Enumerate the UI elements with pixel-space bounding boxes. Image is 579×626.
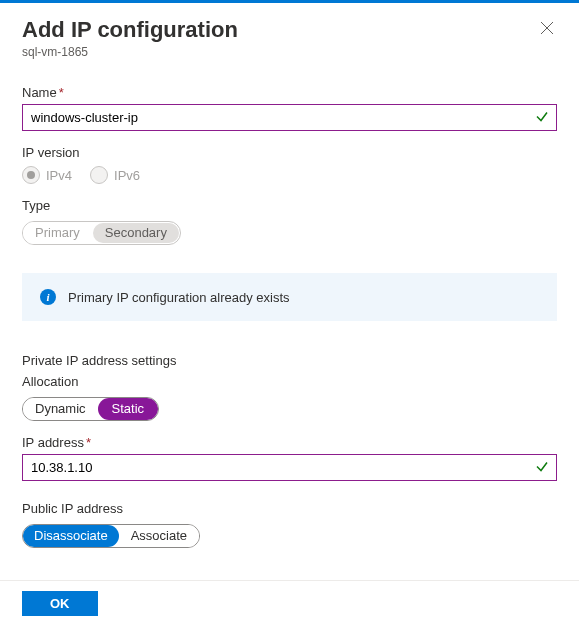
ip-version-label: IP version <box>22 145 557 160</box>
close-icon <box>540 21 554 35</box>
type-primary-pill: Primary <box>23 222 92 244</box>
ipv4-radio-label: IPv4 <box>46 168 72 183</box>
allocation-label: Allocation <box>22 374 557 389</box>
ipv4-radio: IPv4 <box>22 166 72 184</box>
info-icon: i <box>40 289 56 305</box>
ip-address-input[interactable] <box>22 454 557 481</box>
ipv6-radio: IPv6 <box>90 166 140 184</box>
info-text: Primary IP configuration already exists <box>68 290 290 305</box>
public-ip-disassociate-pill[interactable]: Disassociate <box>23 525 119 547</box>
allocation-static-pill[interactable]: Static <box>98 398 159 420</box>
private-ip-heading: Private IP address settings <box>22 353 557 368</box>
type-secondary-pill: Secondary <box>93 223 179 243</box>
ipv6-radio-label: IPv6 <box>114 168 140 183</box>
page-title: Add IP configuration <box>22 17 238 43</box>
resource-subtitle: sql-vm-1865 <box>22 45 238 59</box>
type-label: Type <box>22 198 557 213</box>
public-ip-associate-pill[interactable]: Associate <box>119 525 199 547</box>
close-button[interactable] <box>537 21 557 41</box>
public-ip-label: Public IP address <box>22 501 557 516</box>
info-banner: i Primary IP configuration already exist… <box>22 273 557 321</box>
ip-address-label: IP address* <box>22 435 557 450</box>
name-label: Name* <box>22 85 557 100</box>
allocation-dynamic-pill[interactable]: Dynamic <box>23 398 98 420</box>
name-input[interactable] <box>22 104 557 131</box>
ok-button[interactable]: OK <box>22 591 98 616</box>
